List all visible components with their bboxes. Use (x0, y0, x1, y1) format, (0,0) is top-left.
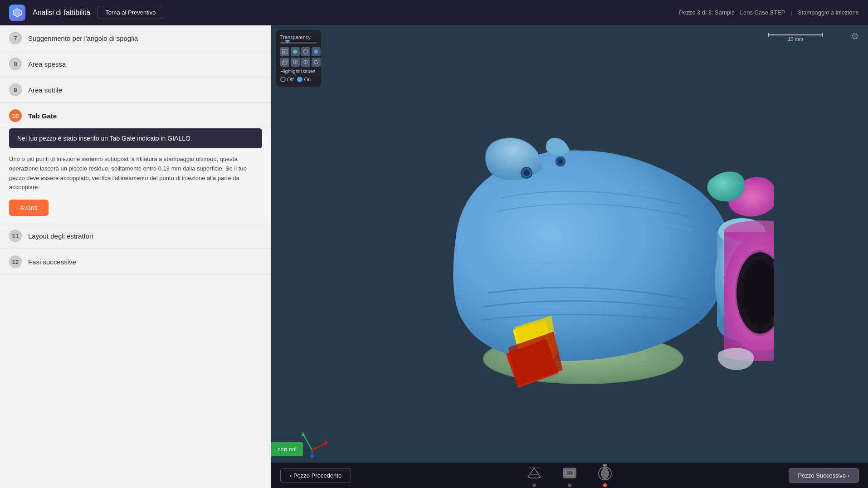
step-number-7: 7 (9, 32, 22, 44)
sidebar-item-label-11: Layout degli estrattori (28, 232, 93, 240)
step-number-10: 10 (9, 109, 22, 122)
sidebar-item-9[interactable]: 9 Area sottile (0, 77, 271, 103)
header-right: Pezzo 3 di 3: Sample - Lens Case.STEP | … (679, 9, 859, 16)
thumb-icon-2 (559, 464, 580, 482)
next-piece-button[interactable]: Pezzo Successivo › (789, 468, 859, 483)
thumbnail-dot-2 (568, 483, 571, 487)
prev-piece-button[interactable]: ‹ Pezzo Precedente (280, 468, 351, 483)
sidebar-item-11[interactable]: 11 Layout degli estrattori (0, 223, 271, 249)
svg-line-34 (312, 443, 327, 450)
step-number-12: 12 (9, 255, 22, 268)
app-logo (9, 5, 25, 21)
svg-point-43 (601, 468, 609, 479)
svg-line-32 (303, 434, 312, 450)
main-layout: 7 Suggerimento per l'angolo di spoglia 8… (0, 25, 868, 488)
sidebar-item-label-8: Area spessa (28, 60, 66, 68)
sidebar-item-label-9: Area sottile (28, 86, 62, 94)
tab-gate-description: Uno o più punti di iniezione saranno sot… (9, 155, 262, 192)
avanti-button[interactable]: Avanti (9, 200, 49, 216)
header: Analisi di fattibilità Torna al Preventi… (0, 0, 868, 25)
header-left: Analisi di fattibilità Torna al Preventi… (9, 5, 163, 21)
app-title: Analisi di fattibilità (33, 9, 90, 17)
svg-marker-35 (325, 441, 328, 445)
warning-text: Nel tuo pezzo è stato inserito un Tab Ga… (17, 135, 192, 142)
svg-marker-37 (310, 455, 314, 459)
thumbnail-dot-3 (603, 483, 607, 487)
step-number-9: 9 (9, 83, 22, 96)
thumb-icon-1 (523, 464, 545, 482)
tab-gate-section: Nel tuo pezzo è stato inserito un Tab Ga… (0, 128, 271, 223)
svg-point-31 (558, 159, 563, 164)
sidebar-item-label-10: Tab Gate (28, 112, 57, 120)
thumbnail-1[interactable] (523, 464, 545, 487)
3d-model-view (271, 25, 868, 488)
sidebar-item-label-12: Fasi successive (28, 258, 76, 266)
thumbnail-2[interactable] (559, 464, 580, 487)
piece-thumbnails (523, 464, 616, 487)
back-button[interactable]: Torna al Preventivo (98, 6, 163, 19)
sidebar-item-10[interactable]: 10 Tab Gate (0, 103, 271, 128)
sidebar: 7 Suggerimento per l'angolo di spoglia 8… (0, 25, 271, 488)
3d-viewport[interactable]: Transparency (271, 25, 868, 488)
piece-info: Pezzo 3 di 3: Sample - Lens Case.STEP (679, 9, 785, 16)
bottom-navigation: ‹ Pezzo Precedente (271, 463, 868, 488)
svg-rect-45 (603, 464, 607, 466)
svg-rect-41 (566, 471, 573, 475)
svg-marker-1 (15, 10, 20, 15)
tab-gate-warning: Nel tuo pezzo è stato inserito un Tab Ga… (9, 128, 262, 148)
step-number-8: 8 (9, 58, 22, 70)
sidebar-item-8[interactable]: 8 Area spessa (0, 51, 271, 77)
thumbnail-dot-1 (532, 483, 536, 487)
step-number-11: 11 (9, 229, 22, 242)
sidebar-item-7[interactable]: 7 Suggerimento per l'angolo di spoglia (0, 25, 271, 51)
thumbnail-3[interactable] (594, 464, 616, 487)
process-info: Stampaggio a iniezione (798, 9, 859, 16)
sidebar-item-label-7: Suggerimento per l'angolo di spoglia (28, 34, 138, 42)
svg-point-29 (523, 170, 530, 176)
sidebar-item-12[interactable]: 12 Fasi successive (0, 249, 271, 275)
thumb-icon-3 (594, 464, 616, 482)
chat-button[interactable]: con noi (271, 442, 303, 456)
3d-model-svg (366, 98, 774, 415)
